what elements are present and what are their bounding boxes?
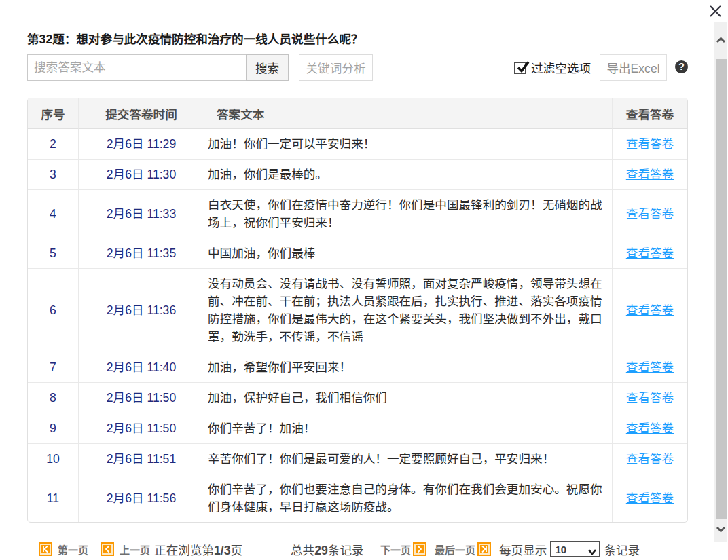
row-answer-text: 没有动员会、没有请战书、没有誓师照，面对复杂严峻疫情，领导带头想在前、冲在前、干… bbox=[204, 269, 612, 352]
row-answer-text: 辛苦你们了！你们是最可爱的人！一定要照顾好自己，平安归来！ bbox=[204, 444, 612, 474]
checkbox-checked-icon[interactable] bbox=[514, 62, 526, 74]
row-submit-time: 2月6日 11:36 bbox=[78, 269, 204, 352]
prev-page-icon[interactable] bbox=[101, 542, 114, 556]
keyword-analysis-button[interactable]: 关键词分析 bbox=[299, 54, 373, 81]
row-submit-time: 2月6日 11:40 bbox=[78, 352, 204, 383]
browse-status-prefix: 正在浏览第 bbox=[154, 544, 214, 557]
row-submit-time: 2月6日 11:30 bbox=[78, 160, 204, 190]
view-answer-link[interactable]: 查看答卷 bbox=[626, 137, 674, 151]
help-icon[interactable]: ? bbox=[675, 60, 688, 73]
pagination-left-group: 第一页 上一页 正在浏览第1/3页 bbox=[39, 540, 242, 558]
view-answer-link[interactable]: 查看答卷 bbox=[626, 491, 674, 505]
row-answer-text: 加油，保护好自己，我们相信你们 bbox=[204, 383, 612, 413]
first-page-label[interactable]: 第一页 bbox=[58, 542, 88, 557]
scrollbar-thumb[interactable] bbox=[716, 59, 727, 519]
row-index: 2 bbox=[28, 129, 78, 160]
per-page-select[interactable]: 10 bbox=[550, 541, 600, 557]
row-index: 5 bbox=[28, 238, 78, 269]
table-row: 9 2月6日 11:50 你们辛苦了！加油！ 查看答卷 bbox=[28, 413, 687, 444]
filter-empty-label: 过滤空选项 bbox=[531, 59, 591, 76]
answers-table: 序号 提交答卷时间 答案文本 查看答卷 2 2月6日 11:29 加油！你们一定… bbox=[27, 98, 688, 523]
scrollbar-up-icon[interactable] bbox=[714, 31, 727, 49]
view-answer-link[interactable]: 查看答卷 bbox=[626, 303, 674, 317]
question-title: 第32题：想对参与此次疫情防控和治疗的一线人员说些什么呢？ bbox=[27, 30, 363, 47]
view-answer-link[interactable]: 查看答卷 bbox=[626, 360, 674, 374]
row-submit-time: 2月6日 11:50 bbox=[78, 413, 204, 444]
table-header-row: 序号 提交答卷时间 答案文本 查看答卷 bbox=[28, 98, 687, 129]
last-page-label[interactable]: 最后一页 bbox=[435, 542, 475, 557]
per-page-suffix: 条记录 bbox=[604, 541, 640, 558]
total-records-suffix: 条记录 bbox=[328, 544, 364, 557]
row-submit-time: 2月6日 11:56 bbox=[78, 474, 204, 522]
pagination-bar: 第一页 上一页 正在浏览第1/3页 总共29条记录 下一页 最后一页 每页显示 bbox=[0, 540, 687, 558]
page-indicator: 1/3 bbox=[214, 544, 230, 557]
col-header-view: 查看答卷 bbox=[612, 98, 687, 129]
row-submit-time: 2月6日 11:35 bbox=[78, 238, 204, 269]
browse-status: 正在浏览第1/3页 bbox=[154, 541, 242, 558]
browse-status-suffix: 页 bbox=[230, 544, 242, 557]
view-answer-link[interactable]: 查看答卷 bbox=[626, 452, 674, 466]
view-answer-link[interactable]: 查看答卷 bbox=[626, 207, 674, 221]
col-header-answer: 答案文本 bbox=[204, 98, 612, 129]
row-answer-text: 你们辛苦了！加油！ bbox=[204, 413, 612, 444]
table-row: 5 2月6日 11:35 中国加油，你们最棒 查看答卷 bbox=[28, 238, 687, 269]
table-row: 10 2月6日 11:51 辛苦你们了！你们是最可爱的人！一定要照顾好自己，平安… bbox=[28, 444, 687, 474]
scrollbar-down-icon[interactable] bbox=[714, 521, 727, 538]
row-answer-text: 中国加油，你们最棒 bbox=[204, 238, 612, 269]
last-page-icon[interactable] bbox=[477, 542, 491, 556]
table-row: 4 2月6日 11:33 白衣天使，你们在疫情中奋力逆行！你们是中国最锋利的剑刃… bbox=[28, 190, 687, 238]
close-icon[interactable] bbox=[706, 2, 723, 20]
total-records: 总共29条记录 bbox=[291, 541, 364, 558]
per-page-group: 每页显示 10 条记录 bbox=[499, 540, 640, 558]
first-page-icon[interactable] bbox=[39, 542, 52, 556]
filter-empty-checkbox[interactable]: 过滤空选项 bbox=[514, 54, 591, 81]
view-answer-link[interactable]: 查看答卷 bbox=[626, 391, 674, 405]
row-index: 7 bbox=[28, 352, 78, 383]
row-answer-text: 加油，你们是最棒的。 bbox=[204, 160, 612, 190]
row-index: 3 bbox=[28, 160, 78, 190]
row-answer-text: 加油！你们一定可以平安归来！ bbox=[204, 129, 612, 160]
table-row: 3 2月6日 11:30 加油，你们是最棒的。 查看答卷 bbox=[28, 160, 687, 190]
row-submit-time: 2月6日 11:50 bbox=[78, 383, 204, 413]
pagination-right-group: 下一页 最后一页 bbox=[380, 540, 491, 558]
view-answer-link[interactable]: 查看答卷 bbox=[626, 168, 674, 181]
row-index: 8 bbox=[28, 383, 78, 413]
row-index: 9 bbox=[28, 413, 78, 444]
row-answer-text: 你们辛苦了，你们也要注意自己的身体。有你们在我们会更加安心。祝愿你们身体健康，早… bbox=[204, 474, 612, 522]
table-row: 7 2月6日 11:40 加油，希望你们平安回来！ 查看答卷 bbox=[28, 352, 687, 383]
search-input[interactable] bbox=[27, 54, 247, 81]
per-page-prefix: 每页显示 bbox=[499, 541, 547, 558]
row-index: 11 bbox=[28, 474, 78, 522]
row-index: 6 bbox=[28, 269, 78, 352]
next-page-label[interactable]: 下一页 bbox=[380, 542, 411, 557]
total-count: 29 bbox=[314, 544, 328, 557]
next-page-icon[interactable] bbox=[413, 542, 426, 556]
view-answer-link[interactable]: 查看答卷 bbox=[626, 246, 674, 260]
table-row: 6 2月6日 11:36 没有动员会、没有请战书、没有誓师照，面对复杂严峻疫情，… bbox=[28, 269, 687, 352]
col-header-time: 提交答卷时间 bbox=[78, 98, 204, 129]
row-answer-text: 加油，希望你们平安回来！ bbox=[204, 352, 612, 383]
row-answer-text: 白衣天使，你们在疫情中奋力逆行！你们是中国最锋利的剑刃！无硝烟的战场上，祝你们平… bbox=[204, 190, 612, 238]
answers-tbody: 2 2月6日 11:29 加油！你们一定可以平安归来！ 查看答卷 3 2月6日 … bbox=[28, 129, 687, 522]
search-button[interactable]: 搜索 bbox=[246, 54, 289, 81]
view-answer-link[interactable]: 查看答卷 bbox=[626, 422, 674, 435]
row-submit-time: 2月6日 11:51 bbox=[78, 444, 204, 474]
row-submit-time: 2月6日 11:29 bbox=[78, 129, 204, 160]
col-header-index: 序号 bbox=[28, 98, 78, 129]
total-records-group: 总共29条记录 bbox=[291, 540, 364, 558]
row-index: 4 bbox=[28, 190, 78, 238]
per-page-select-wrap: 10 bbox=[550, 541, 600, 557]
prev-page-label[interactable]: 上一页 bbox=[120, 542, 150, 557]
row-index: 10 bbox=[28, 444, 78, 474]
table-row: 11 2月6日 11:56 你们辛苦了，你们也要注意自己的身体。有你们在我们会更… bbox=[28, 474, 687, 522]
export-excel-button[interactable]: 导出Excel bbox=[600, 54, 667, 81]
total-records-prefix: 总共 bbox=[291, 544, 314, 557]
row-submit-time: 2月6日 11:33 bbox=[78, 190, 204, 238]
table-row: 2 2月6日 11:29 加油！你们一定可以平安归来！ 查看答卷 bbox=[28, 129, 687, 160]
table-row: 8 2月6日 11:50 加油，保护好自己，我们相信你们 查看答卷 bbox=[28, 383, 687, 413]
